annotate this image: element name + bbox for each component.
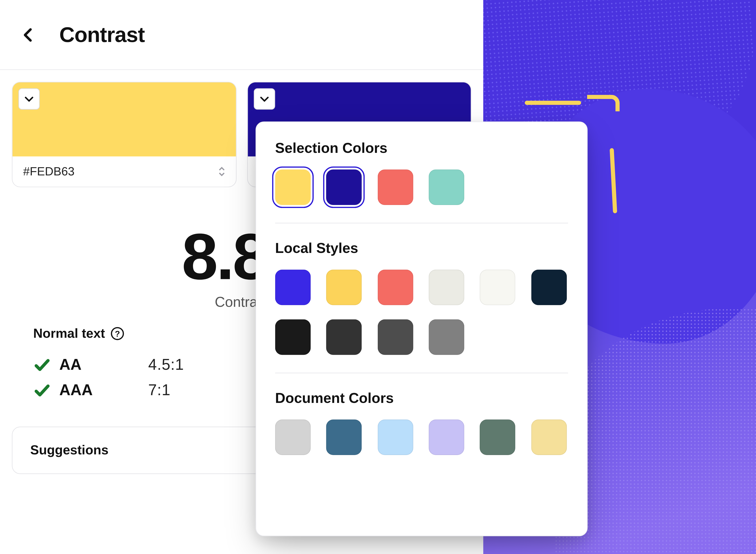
color-swatch[interactable] [326,319,362,355]
color-swatch[interactable] [275,270,311,305]
foreground-color-card: #FEDB63 [12,82,236,187]
color-swatch[interactable] [326,420,362,455]
color-swatch[interactable] [377,270,413,305]
color-swatch[interactable] [275,319,311,355]
panel-header: Contrast [0,0,483,70]
foreground-stepper[interactable] [218,167,225,177]
color-swatch[interactable] [377,319,413,355]
popover-section-title: Local Styles [275,240,568,257]
color-swatch[interactable] [275,169,311,205]
compliance-level: AAA [59,381,101,399]
color-swatch[interactable] [480,270,515,305]
help-icon[interactable]: ? [111,327,124,340]
panel-title: Contrast [59,22,145,47]
compliance-ratio: 4.5:1 [148,355,184,374]
compliance-level: AA [59,355,101,374]
color-swatch[interactable] [326,169,362,205]
color-swatch[interactable] [531,420,566,455]
color-swatch[interactable] [275,420,311,455]
color-swatch[interactable] [429,169,464,205]
color-swatch[interactable] [326,270,362,305]
foreground-swatch [12,82,236,156]
background-color-picker-toggle[interactable] [254,88,275,110]
color-swatch[interactable] [377,169,413,205]
color-swatch[interactable] [377,420,413,455]
swatch-grid [275,420,568,455]
divider [275,223,568,224]
divider [275,373,568,373]
check-icon [33,381,51,399]
check-icon [33,356,51,374]
color-picker-popover: Selection ColorsLocal StylesDocument Col… [256,121,588,536]
color-swatch[interactable] [531,270,566,305]
color-swatch[interactable] [480,420,515,455]
popover-section-title: Selection Colors [275,140,568,156]
swatch-grid [275,270,568,355]
compliance-heading: Normal text [33,326,105,341]
popover-section-title: Document Colors [275,390,568,406]
foreground-hex-value[interactable]: #FEDB63 [23,165,75,178]
color-swatch[interactable] [429,420,464,455]
compliance-ratio: 7:1 [148,381,171,399]
swatch-grid [275,169,568,205]
color-swatch[interactable] [429,319,464,355]
back-button[interactable] [14,20,43,49]
color-swatch[interactable] [429,270,464,305]
foreground-color-picker-toggle[interactable] [18,88,40,110]
